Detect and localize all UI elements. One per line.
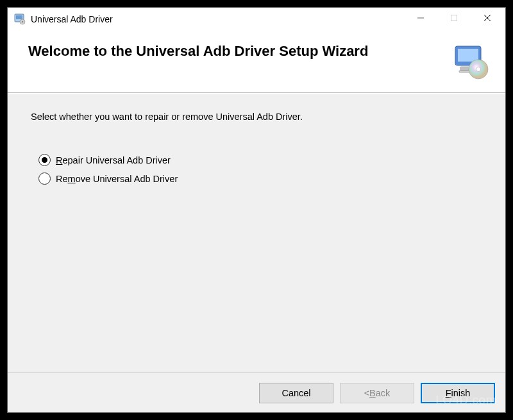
titlebar: Universal Adb Driver — [8, 8, 505, 31]
radio-indicator — [38, 154, 51, 166]
wizard-title: Welcome to the Universal Adb Driver Setu… — [28, 42, 444, 61]
maximize-button[interactable] — [437, 8, 471, 28]
header-panel: Welcome to the Universal Adb Driver Setu… — [8, 31, 505, 93]
close-button[interactable] — [471, 8, 504, 28]
radio-indicator — [38, 172, 51, 185]
radio-repair-label: Repair Universal Adb Driver — [56, 155, 171, 165]
svg-point-13 — [476, 67, 481, 72]
radio-repair[interactable]: Repair Universal Adb Driver — [38, 154, 482, 166]
svg-rect-1 — [16, 15, 22, 19]
cancel-button[interactable]: Cancel — [259, 383, 333, 403]
radio-remove[interactable]: Remove Universal Adb Driver — [38, 172, 482, 185]
header-text: Welcome to the Universal Adb Driver Setu… — [28, 42, 444, 61]
svg-rect-9 — [458, 49, 478, 62]
instruction-text: Select whether you want to repair or rem… — [31, 112, 482, 122]
radio-remove-label: Remove Universal Adb Driver — [56, 174, 178, 184]
footer-panel: Cancel < Back Finish — [8, 373, 505, 412]
radio-group: Repair Universal Adb Driver Remove Unive… — [38, 154, 482, 185]
window-title: Universal Adb Driver — [31, 14, 404, 24]
svg-rect-5 — [451, 15, 457, 21]
svg-point-3 — [22, 21, 23, 22]
content-panel: Select whether you want to repair or rem… — [8, 93, 505, 373]
finish-button[interactable]: Finish — [421, 383, 495, 403]
app-icon — [14, 13, 26, 25]
installer-window: Universal Adb Driver Welcome to the Univ… — [7, 7, 506, 413]
minimize-button[interactable] — [404, 8, 437, 28]
installer-icon — [451, 44, 490, 80]
window-controls — [404, 8, 504, 30]
back-button: < Back — [340, 383, 414, 403]
